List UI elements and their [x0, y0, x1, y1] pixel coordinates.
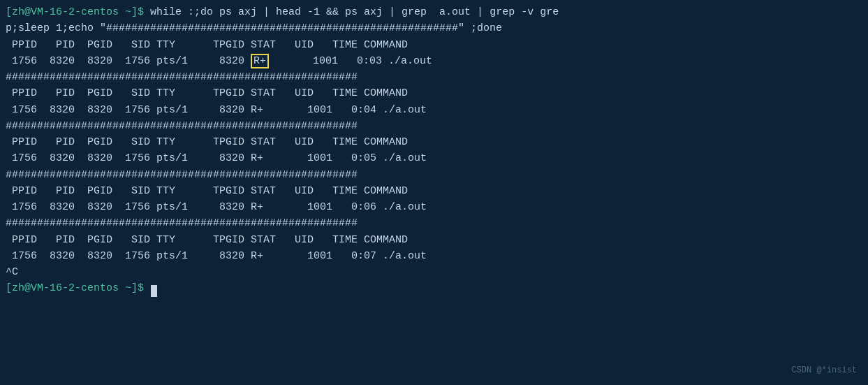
cursor: [151, 285, 157, 297]
header-row-3: PPID PID PGID SID TTY TPGID STAT UID TIM…: [6, 134, 862, 150]
final-prompt-line: [zh@VM-16-2-centos ~]$: [6, 280, 862, 296]
command-line-2: p;sleep 1;echo "########################…: [6, 20, 862, 36]
header-row-2: PPID PID PGID SID TTY TPGID STAT UID TIM…: [6, 85, 862, 101]
hash-row-4: ########################################…: [6, 215, 862, 231]
data-row-4: 1756 8320 8320 1756 pts/1 8320 R+ 1001 0…: [6, 199, 862, 215]
header-row-1: PPID PID PGID SID TTY TPGID STAT UID TIM…: [6, 37, 862, 53]
prompt-1: [zh@VM-16-2-centos ~]$: [6, 6, 144, 18]
signal-line: ^C: [6, 264, 862, 280]
final-prompt: [zh@VM-16-2-centos ~]$: [6, 282, 144, 294]
stat-highlight: R+: [251, 54, 269, 68]
hash-row-2: ########################################…: [6, 118, 862, 134]
header-row-5: PPID PID PGID SID TTY TPGID STAT UID TIM…: [6, 232, 862, 248]
command-line-1: [zh@VM-16-2-centos ~]$ while :;do ps axj…: [6, 4, 862, 20]
hash-row-3: ########################################…: [6, 167, 862, 183]
data-row-3: 1756 8320 8320 1756 pts/1 8320 R+ 1001 0…: [6, 150, 862, 166]
data-row-5: 1756 8320 8320 1756 pts/1 8320 R+ 1001 0…: [6, 248, 862, 264]
terminal: [zh@VM-16-2-centos ~]$ while :;do ps axj…: [6, 4, 862, 381]
watermark: CSDN @*insist: [791, 365, 857, 375]
data-row-2: 1756 8320 8320 1756 pts/1 8320 R+ 1001 0…: [6, 102, 862, 118]
data-row-1: 1756 8320 8320 1756 pts/1 8320 R+ 1001 0…: [6, 53, 862, 69]
header-row-4: PPID PID PGID SID TTY TPGID STAT UID TIM…: [6, 183, 862, 199]
hash-row-1: ########################################…: [6, 69, 862, 85]
